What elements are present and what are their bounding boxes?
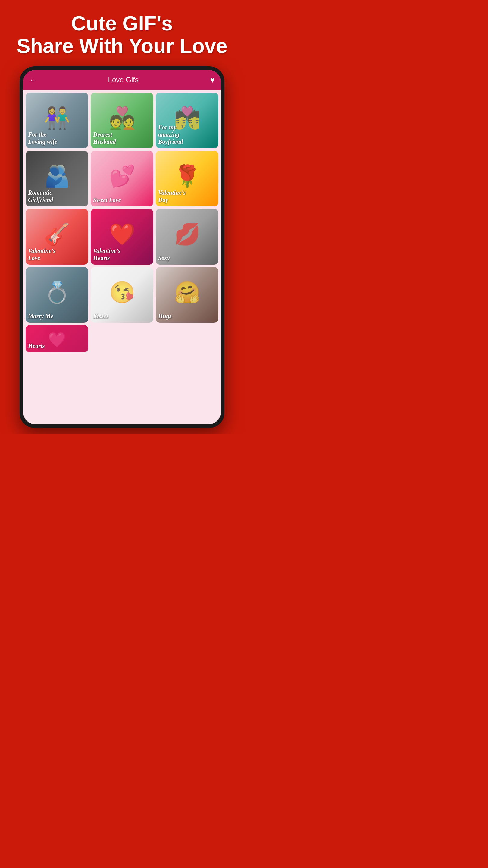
grid-item-loving-wife[interactable]: For the Loving wife	[26, 93, 88, 148]
header-line1: Cute GIF's	[71, 12, 173, 35]
grid-item-label-sexy: Sexy	[156, 251, 218, 265]
grid-item-hearts-bottom[interactable]: Hearts	[26, 325, 88, 352]
grid-item-label-romantic-girlfriend: Romantic Girlfriend	[26, 186, 88, 207]
grid-item-label-loving-wife: For the Loving wife	[26, 128, 88, 148]
grid-item-valentines-love[interactable]: Valentine's Love	[26, 209, 88, 265]
grid-item-label-hearts-bottom: Hearts	[26, 339, 88, 352]
gif-grid: For the Loving wifeDearest HusbandFor my…	[23, 90, 221, 325]
back-button[interactable]: ←	[29, 76, 36, 84]
grid-item-marry-me[interactable]: Marry Me	[26, 267, 88, 323]
grid-item-hugs[interactable]: Hugs	[156, 267, 218, 323]
grid-item-boyfriend[interactable]: For my amazing Boyfriend	[156, 93, 218, 148]
partial-row: Hearts	[23, 325, 221, 355]
grid-item-valentines-hearts[interactable]: Valentine's Hearts	[91, 209, 153, 265]
app-bar-title: Love Gifs	[108, 76, 138, 84]
grid-item-label-boyfriend: For my amazing Boyfriend	[156, 121, 218, 148]
grid-item-label-hugs: Hugs	[156, 310, 218, 323]
grid-item-label-valentines-hearts: Valentine's Hearts	[91, 244, 153, 265]
grid-item-label-sweet-love: Sweet Love	[91, 193, 153, 207]
grid-item-dearest-husband[interactable]: Dearest Husband	[91, 93, 153, 148]
grid-item-label-kisses: Kisses	[91, 310, 153, 323]
app-bar: ← Love Gifs ♥	[23, 70, 221, 90]
grid-item-label-valentines-day: Valentine's Day	[156, 186, 218, 207]
grid-item-romantic-girlfriend[interactable]: Romantic Girlfriend	[26, 151, 88, 207]
grid-item-valentines-day[interactable]: Valentine's Day	[156, 151, 218, 207]
grid-item-label-dearest-husband: Dearest Husband	[91, 128, 153, 148]
header-section: Cute GIF's Share With Your Love	[10, 0, 233, 63]
header-line2: Share With Your Love	[17, 34, 227, 57]
heart-icon[interactable]: ♥	[210, 75, 215, 85]
grid-item-kisses[interactable]: Kisses	[91, 267, 153, 323]
grid-item-sexy[interactable]: Sexy	[156, 209, 218, 265]
phone-mockup: ← Love Gifs ♥ For the Loving wifeDearest…	[20, 66, 224, 428]
grid-item-sweet-love[interactable]: Sweet Love	[91, 151, 153, 207]
grid-item-label-marry-me: Marry Me	[26, 310, 88, 323]
grid-item-label-valentines-love: Valentine's Love	[26, 244, 88, 265]
phone-screen: ← Love Gifs ♥ For the Loving wifeDearest…	[23, 70, 221, 424]
